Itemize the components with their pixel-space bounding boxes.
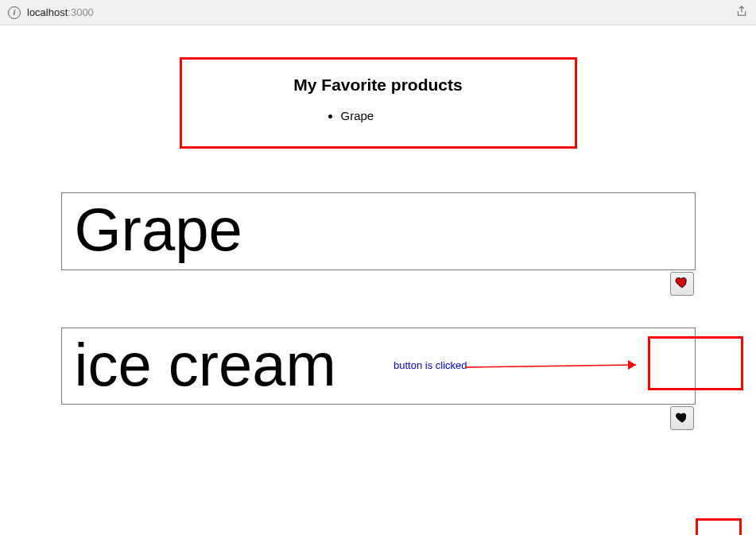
browser-address-bar: i localhost:3000	[0, 0, 756, 25]
product-name: ice cream	[75, 331, 682, 398]
product-area-icecream: ice cream	[61, 328, 696, 431]
product-card: Grape	[61, 192, 696, 270]
url-port: :3000	[68, 6, 94, 18]
favorites-list: Grape	[198, 109, 559, 122]
info-icon[interactable]: i	[8, 6, 21, 19]
favorite-button[interactable]	[670, 406, 694, 430]
product-card: ice cream	[61, 328, 696, 405]
heart-icon	[675, 410, 689, 427]
share-icon[interactable]	[735, 5, 748, 21]
url-text[interactable]: localhost:3000	[27, 6, 94, 18]
favorites-panel: My Favorite products Grape	[180, 57, 577, 149]
url-host: localhost	[27, 6, 68, 18]
product-area-grape: Grape	[61, 192, 696, 296]
annotation-box	[696, 518, 742, 535]
favorite-button[interactable]	[670, 272, 694, 296]
favorites-title: My Favorite products	[198, 76, 559, 95]
product-name: Grape	[75, 196, 682, 263]
favorites-list-item: Grape	[341, 109, 559, 122]
heart-icon	[675, 275, 689, 292]
url-section: i localhost:3000	[8, 6, 94, 19]
annotation-label: button is clicked	[394, 359, 467, 371]
